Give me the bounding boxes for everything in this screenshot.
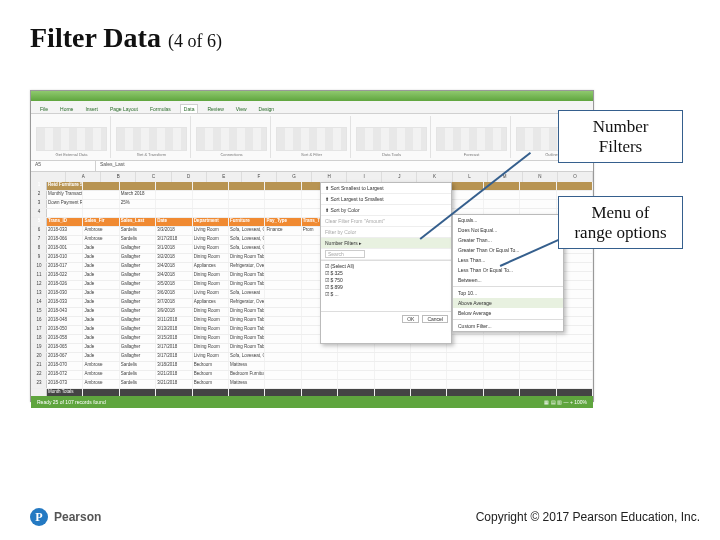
table-row[interactable]: 212018-070AmbroseSardelis3/18/2018Bedroo…	[31, 362, 593, 371]
ribbon-group[interactable]: Connections	[193, 116, 271, 158]
number-filter-option[interactable]: Less Than Or Equal To...	[453, 265, 563, 275]
table-row[interactable]: 182018-058JadeGallagher3/15/2018Dining R…	[31, 335, 593, 344]
number-filter-option[interactable]: Greater Than Or Equal To...	[453, 245, 563, 255]
ribbon-group[interactable]: Forecast	[433, 116, 511, 158]
sort-option[interactable]: ⬆ Sort by Color	[321, 205, 451, 216]
ribbon-tabs[interactable]: FileHomeInsertPage LayoutFormulasDataRev…	[31, 101, 593, 114]
formula-bar[interactable]: Sales_Last	[96, 161, 125, 171]
number-filters-submenu[interactable]: Equals...Does Not Equal...Greater Than..…	[452, 214, 564, 332]
number-filter-option[interactable]: Above Average	[453, 298, 563, 308]
footer: P Pearson Copyright © 2017 Pearson Educa…	[0, 508, 700, 526]
ribbon-group[interactable]: Data Tools	[353, 116, 431, 158]
status-left: Ready 25 of 107 records found	[37, 399, 106, 405]
table-row[interactable]: 2Monthly Transactions:March 2018	[31, 191, 593, 200]
number-filter-option[interactable]: Equals...	[453, 215, 563, 225]
sort-option[interactable]: ⬆ Sort Largest to Smallest	[321, 194, 451, 205]
ribbon-tab[interactable]: Design	[256, 105, 278, 113]
pearson-icon: P	[30, 508, 48, 526]
ribbon-group[interactable]: Get External Data	[33, 116, 111, 158]
slide-title: Filter Data (4 of 6)	[30, 22, 222, 54]
table-row[interactable]: 192018-065JadeGallagher3/17/2018Dining R…	[31, 344, 593, 353]
excel-titlebar	[31, 91, 593, 101]
ribbon-group[interactable]: Sort & Filter	[273, 116, 351, 158]
status-bar: Ready 25 of 107 records found ▦ ▤ ▥ — + …	[31, 396, 593, 408]
ribbon-tab[interactable]: Formulas	[147, 105, 174, 113]
filter-checklist[interactable]: ☑ (Select All)☑ $ 325☑ $ 750☑ $ 899☑ $ .…	[321, 260, 451, 312]
number-filter-option[interactable]: Does Not Equal...	[453, 225, 563, 235]
table-row[interactable]: 202018-067JadeGallagher3/17/2018Living R…	[31, 353, 593, 362]
ribbon-tab[interactable]: Data	[180, 104, 199, 113]
status-right: ▦ ▤ ▥ — + 100%	[544, 399, 587, 405]
table-row[interactable]: 3Down Payment Requirement:25%	[31, 200, 593, 209]
sort-option[interactable]: ⬆ Sort Smallest to Largest	[321, 183, 451, 194]
title-main: Filter Data	[30, 22, 161, 53]
brand-logo: P Pearson	[30, 508, 101, 526]
ribbon-tab[interactable]: File	[37, 105, 51, 113]
copyright: Copyright © 2017 Pearson Education, Inc.	[476, 510, 700, 524]
name-box[interactable]: A5	[31, 161, 96, 171]
filter-search[interactable]: Search	[321, 249, 451, 260]
ribbon-tab[interactable]: Page Layout	[107, 105, 141, 113]
table-row[interactable]: 222018-072AmbroseSardelis3/21/2018Bedroo…	[31, 371, 593, 380]
number-filter-option[interactable]: Below Average	[453, 308, 563, 318]
cancel-button[interactable]: Cancel	[422, 315, 448, 323]
ok-button[interactable]: OK	[402, 315, 419, 323]
callout-number-filters: Number Filters	[558, 110, 683, 163]
ribbon-tab[interactable]: View	[233, 105, 250, 113]
ribbon-tab[interactable]: Home	[57, 105, 76, 113]
number-filter-option[interactable]: Custom Filter...	[453, 321, 563, 331]
number-filter-option[interactable]: Top 10...	[453, 288, 563, 298]
table-row[interactable]: Month Totals	[31, 389, 593, 396]
ribbon[interactable]: Get External DataGet & TransformConnecti…	[31, 114, 593, 161]
title-sub: (4 of 6)	[168, 31, 222, 51]
ribbon-group[interactable]: Get & Transform	[113, 116, 191, 158]
brand-text: Pearson	[54, 510, 101, 524]
table-row[interactable]: 232018-073AmbroseSardelis3/21/2018Bedroo…	[31, 380, 593, 389]
clear-filter: Clear Filter From "Amount"	[321, 216, 451, 227]
number-filters-item[interactable]: Number Filters ▸	[321, 238, 451, 249]
callout-range-options: Menu of range options	[558, 196, 683, 249]
number-filter-option[interactable]: Between...	[453, 275, 563, 285]
table-row[interactable]: 1Reid Furniture Store	[31, 182, 593, 191]
ribbon-tab[interactable]: Review	[204, 105, 226, 113]
filter-dropdown[interactable]: ⬆ Sort Smallest to Largest⬆ Sort Largest…	[320, 182, 452, 344]
ribbon-tab[interactable]: Insert	[82, 105, 101, 113]
